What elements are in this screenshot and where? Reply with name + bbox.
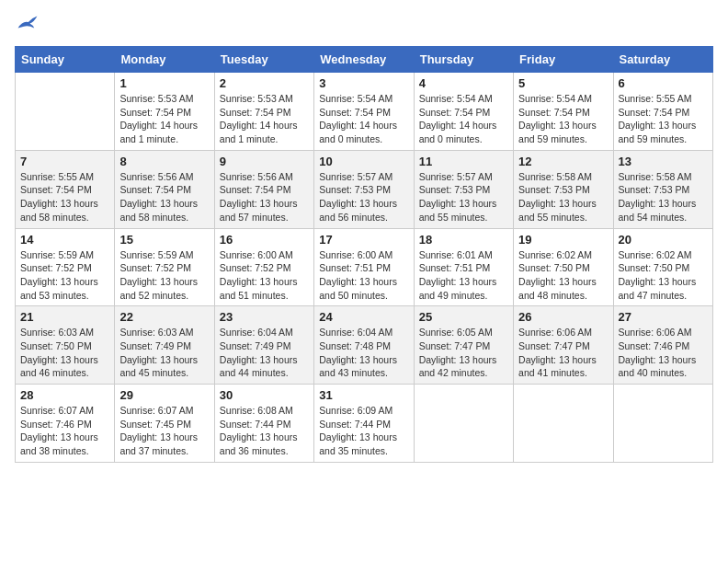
calendar-cell: 4Sunrise: 5:54 AMSunset: 7:54 PMDaylight… bbox=[414, 73, 513, 151]
week-row-2: 7Sunrise: 5:55 AMSunset: 7:54 PMDaylight… bbox=[16, 150, 713, 228]
day-info: Sunrise: 5:55 AMSunset: 7:54 PMDaylight:… bbox=[20, 170, 109, 224]
day-number: 19 bbox=[518, 233, 608, 247]
calendar-cell: 19Sunrise: 6:02 AMSunset: 7:50 PMDayligh… bbox=[514, 228, 613, 306]
day-info: Sunrise: 5:56 AMSunset: 7:54 PMDaylight:… bbox=[119, 170, 209, 224]
calendar-cell: 12Sunrise: 5:58 AMSunset: 7:53 PMDayligh… bbox=[514, 150, 613, 228]
calendar-cell: 18Sunrise: 6:01 AMSunset: 7:51 PMDayligh… bbox=[414, 228, 513, 306]
column-header-friday: Friday bbox=[514, 47, 613, 73]
day-info: Sunrise: 5:54 AMSunset: 7:54 PMDaylight:… bbox=[319, 92, 408, 146]
calendar-cell: 11Sunrise: 5:57 AMSunset: 7:53 PMDayligh… bbox=[414, 150, 513, 228]
day-info: Sunrise: 6:08 AMSunset: 7:44 PMDaylight:… bbox=[220, 404, 309, 458]
day-info: Sunrise: 5:53 AMSunset: 7:54 PMDaylight:… bbox=[220, 92, 309, 146]
week-row-4: 21Sunrise: 6:03 AMSunset: 7:50 PMDayligh… bbox=[16, 306, 713, 385]
calendar-cell: 13Sunrise: 5:58 AMSunset: 7:53 PMDayligh… bbox=[613, 150, 712, 228]
calendar-cell: 28Sunrise: 6:07 AMSunset: 7:46 PMDayligh… bbox=[16, 385, 115, 463]
day-number: 4 bbox=[419, 76, 508, 90]
column-header-thursday: Thursday bbox=[414, 47, 513, 73]
day-number: 12 bbox=[518, 155, 608, 168]
day-number: 30 bbox=[220, 388, 309, 402]
day-number: 25 bbox=[419, 310, 508, 324]
calendar-cell: 9Sunrise: 5:56 AMSunset: 7:54 PMDaylight… bbox=[214, 150, 313, 228]
week-row-3: 14Sunrise: 5:59 AMSunset: 7:52 PMDayligh… bbox=[16, 228, 713, 306]
day-info: Sunrise: 6:03 AMSunset: 7:50 PMDaylight:… bbox=[20, 326, 109, 380]
day-number: 26 bbox=[518, 310, 608, 324]
day-number: 8 bbox=[119, 155, 209, 168]
calendar-cell bbox=[414, 385, 513, 463]
calendar-cell: 5Sunrise: 5:54 AMSunset: 7:54 PMDaylight… bbox=[514, 73, 613, 151]
day-info: Sunrise: 6:00 AMSunset: 7:52 PMDaylight:… bbox=[220, 248, 309, 303]
calendar-table: SundayMondayTuesdayWednesdayThursdayFrid… bbox=[15, 46, 713, 463]
day-info: Sunrise: 6:01 AMSunset: 7:51 PMDaylight:… bbox=[419, 248, 508, 303]
calendar-cell: 31Sunrise: 6:09 AMSunset: 7:44 PMDayligh… bbox=[314, 385, 414, 463]
calendar-cell: 15Sunrise: 5:59 AMSunset: 7:52 PMDayligh… bbox=[115, 228, 214, 306]
day-info: Sunrise: 6:03 AMSunset: 7:49 PMDaylight:… bbox=[119, 326, 209, 380]
day-info: Sunrise: 6:09 AMSunset: 7:44 PMDaylight:… bbox=[319, 404, 408, 458]
day-number: 29 bbox=[119, 388, 209, 402]
calendar-cell: 20Sunrise: 6:02 AMSunset: 7:50 PMDayligh… bbox=[613, 228, 712, 306]
day-info: Sunrise: 5:55 AMSunset: 7:54 PMDaylight:… bbox=[619, 92, 708, 146]
calendar-cell bbox=[16, 73, 115, 151]
day-info: Sunrise: 6:07 AMSunset: 7:46 PMDaylight:… bbox=[20, 404, 109, 458]
day-number: 31 bbox=[319, 388, 408, 402]
calendar-cell: 29Sunrise: 6:07 AMSunset: 7:45 PMDayligh… bbox=[115, 385, 214, 463]
day-info: Sunrise: 5:54 AMSunset: 7:54 PMDaylight:… bbox=[518, 92, 608, 146]
calendar-cell: 25Sunrise: 6:05 AMSunset: 7:47 PMDayligh… bbox=[414, 306, 513, 385]
column-header-saturday: Saturday bbox=[613, 47, 712, 73]
logo bbox=[15, 15, 39, 37]
day-number: 3 bbox=[319, 76, 408, 90]
day-info: Sunrise: 6:06 AMSunset: 7:47 PMDaylight:… bbox=[518, 326, 608, 380]
day-number: 6 bbox=[619, 76, 708, 90]
day-number: 27 bbox=[619, 310, 708, 324]
calendar-cell: 23Sunrise: 6:04 AMSunset: 7:49 PMDayligh… bbox=[214, 306, 313, 385]
logo-bird-icon bbox=[17, 15, 39, 33]
calendar-header-row: SundayMondayTuesdayWednesdayThursdayFrid… bbox=[16, 47, 713, 73]
day-info: Sunrise: 5:58 AMSunset: 7:53 PMDaylight:… bbox=[518, 170, 608, 224]
calendar-cell: 26Sunrise: 6:06 AMSunset: 7:47 PMDayligh… bbox=[514, 306, 613, 385]
day-info: Sunrise: 5:58 AMSunset: 7:53 PMDaylight:… bbox=[619, 170, 708, 224]
day-number: 11 bbox=[419, 155, 508, 168]
day-number: 13 bbox=[619, 155, 708, 168]
calendar-cell: 14Sunrise: 5:59 AMSunset: 7:52 PMDayligh… bbox=[16, 228, 115, 306]
day-info: Sunrise: 6:06 AMSunset: 7:46 PMDaylight:… bbox=[619, 326, 708, 380]
day-number: 15 bbox=[119, 233, 209, 247]
calendar-cell bbox=[514, 385, 613, 463]
day-info: Sunrise: 5:59 AMSunset: 7:52 PMDaylight:… bbox=[119, 248, 209, 303]
column-header-monday: Monday bbox=[115, 47, 214, 73]
day-info: Sunrise: 6:02 AMSunset: 7:50 PMDaylight:… bbox=[518, 248, 608, 303]
week-row-5: 28Sunrise: 6:07 AMSunset: 7:46 PMDayligh… bbox=[16, 385, 713, 463]
calendar-cell: 27Sunrise: 6:06 AMSunset: 7:46 PMDayligh… bbox=[613, 306, 712, 385]
day-number: 23 bbox=[220, 310, 309, 324]
day-info: Sunrise: 6:07 AMSunset: 7:45 PMDaylight:… bbox=[119, 404, 209, 458]
calendar-cell: 24Sunrise: 6:04 AMSunset: 7:48 PMDayligh… bbox=[314, 306, 414, 385]
week-row-1: 1Sunrise: 5:53 AMSunset: 7:54 PMDaylight… bbox=[16, 73, 713, 151]
day-info: Sunrise: 5:59 AMSunset: 7:52 PMDaylight:… bbox=[20, 248, 109, 303]
calendar-cell: 16Sunrise: 6:00 AMSunset: 7:52 PMDayligh… bbox=[214, 228, 313, 306]
day-number: 2 bbox=[220, 76, 309, 90]
day-number: 1 bbox=[119, 76, 209, 90]
day-number: 10 bbox=[319, 155, 408, 168]
day-number: 24 bbox=[319, 310, 408, 324]
calendar-cell: 8Sunrise: 5:56 AMSunset: 7:54 PMDaylight… bbox=[115, 150, 214, 228]
day-number: 20 bbox=[619, 233, 708, 247]
calendar-cell bbox=[613, 385, 712, 463]
day-number: 22 bbox=[119, 310, 209, 324]
calendar-cell: 22Sunrise: 6:03 AMSunset: 7:49 PMDayligh… bbox=[115, 306, 214, 385]
calendar-cell: 30Sunrise: 6:08 AMSunset: 7:44 PMDayligh… bbox=[214, 385, 313, 463]
day-number: 17 bbox=[319, 233, 408, 247]
day-number: 21 bbox=[20, 310, 109, 324]
column-header-wednesday: Wednesday bbox=[314, 47, 414, 73]
calendar-cell: 2Sunrise: 5:53 AMSunset: 7:54 PMDaylight… bbox=[214, 73, 313, 151]
day-info: Sunrise: 5:54 AMSunset: 7:54 PMDaylight:… bbox=[419, 92, 508, 146]
day-number: 18 bbox=[419, 233, 508, 247]
day-number: 16 bbox=[220, 233, 309, 247]
day-info: Sunrise: 6:04 AMSunset: 7:49 PMDaylight:… bbox=[220, 326, 309, 380]
day-info: Sunrise: 6:00 AMSunset: 7:51 PMDaylight:… bbox=[319, 248, 408, 303]
day-info: Sunrise: 5:57 AMSunset: 7:53 PMDaylight:… bbox=[419, 170, 508, 224]
page-header bbox=[15, 15, 713, 37]
day-number: 7 bbox=[20, 155, 109, 168]
calendar-cell: 3Sunrise: 5:54 AMSunset: 7:54 PMDaylight… bbox=[314, 73, 414, 151]
day-info: Sunrise: 6:05 AMSunset: 7:47 PMDaylight:… bbox=[419, 326, 508, 380]
calendar-cell: 7Sunrise: 5:55 AMSunset: 7:54 PMDaylight… bbox=[16, 150, 115, 228]
day-info: Sunrise: 6:04 AMSunset: 7:48 PMDaylight:… bbox=[319, 326, 408, 380]
day-number: 14 bbox=[20, 233, 109, 247]
